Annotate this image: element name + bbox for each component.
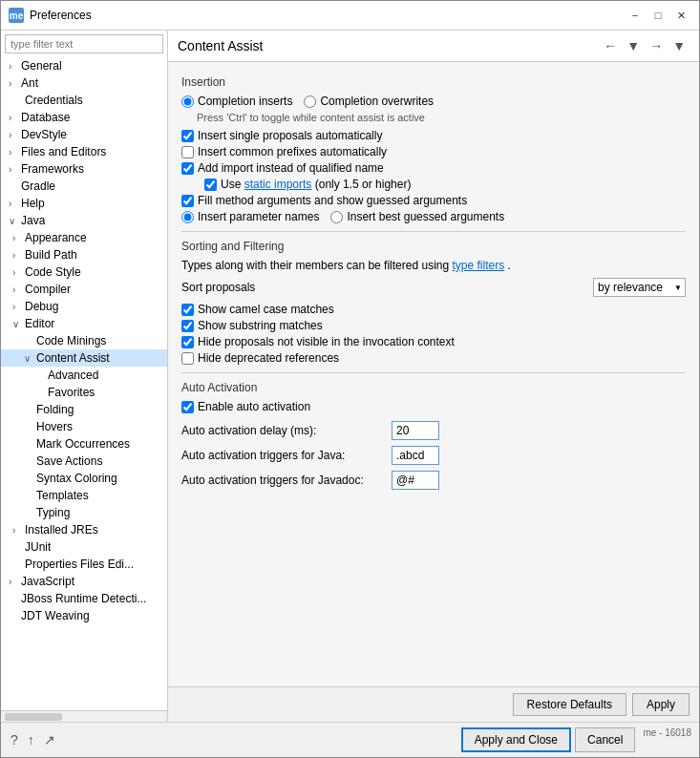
delay-label: Auto activation delay (ms): (181, 424, 392, 437)
completion-radio-group: Completion inserts Completion overwrites (181, 95, 686, 108)
tree-label-general: General (21, 59, 62, 73)
tree-item-compiler[interactable]: ›Compiler (1, 281, 167, 298)
tree-item-appearance[interactable]: ›Appearance (1, 229, 167, 246)
export2-button[interactable]: ↗ (42, 730, 57, 749)
tree-item-jdt-weaving[interactable]: JDT Weaving (1, 607, 167, 624)
tree-arrow-editor: ∨ (12, 319, 22, 329)
tree-arrow-installed-jres: › (12, 525, 22, 536)
insert-common-checkbox[interactable] (181, 146, 194, 158)
apply-and-close-button[interactable]: Apply and Close (461, 727, 571, 752)
tree-label-folding: Folding (36, 403, 74, 416)
delay-input[interactable] (392, 421, 439, 440)
tree-item-ant[interactable]: ›Ant (1, 74, 167, 92)
fill-method-checkbox[interactable] (181, 195, 194, 207)
insert-single-checkbox[interactable] (181, 130, 194, 142)
tree-item-java[interactable]: ∨Java (1, 212, 167, 229)
filter-input[interactable] (5, 34, 163, 53)
hscroll-thumb[interactable] (5, 713, 62, 721)
completion-inserts-option[interactable]: Completion inserts (181, 95, 292, 108)
tree-item-advanced[interactable]: Advanced (1, 367, 167, 384)
tree-item-mark-occurrences[interactable]: Mark Occurrences (1, 435, 167, 453)
sort-select[interactable]: by relevance alphabetically (593, 278, 686, 297)
maximize-button[interactable]: □ (647, 7, 668, 24)
tree-item-syntax-coloring[interactable]: Syntax Coloring (1, 470, 167, 487)
insert-param-names-option[interactable]: Insert parameter names (181, 210, 319, 223)
tree-item-build-path[interactable]: ›Build Path (1, 246, 167, 263)
tree-label-save-actions: Save Actions (36, 454, 102, 468)
insert-param-names-radio[interactable] (181, 211, 194, 223)
tree-label-code-minings: Code Minings (36, 334, 106, 347)
tree-item-favorites[interactable]: Favorites (1, 384, 167, 401)
tree-item-help[interactable]: ›Help (1, 195, 167, 212)
tree-item-typing[interactable]: Typing (1, 504, 167, 521)
tree-item-templates[interactable]: Templates (1, 487, 167, 504)
enable-auto-activation-label: Enable auto activation (198, 400, 310, 413)
tree-item-frameworks[interactable]: ›Frameworks (1, 160, 167, 178)
hide-not-visible-checkbox[interactable] (181, 336, 194, 348)
tree-arrow-build-path: › (12, 250, 22, 261)
apply-button[interactable]: Apply (632, 693, 689, 716)
tree-arrow-code-style: › (12, 267, 22, 278)
tree-item-content-assist[interactable]: ∨Content Assist (1, 349, 167, 367)
footer-right: Apply and Close Cancel me - 16018 (461, 727, 691, 752)
tree-item-save-actions[interactable]: Save Actions (1, 453, 167, 470)
tree-item-folding[interactable]: Folding (1, 401, 167, 418)
tree-arrow-database: › (9, 113, 18, 123)
add-import-label: Add import instead of qualified name (198, 161, 384, 175)
tree-item-jboss-runtime[interactable]: JBoss Runtime Detecti... (1, 590, 167, 607)
completion-overwrites-radio[interactable] (304, 95, 316, 108)
completion-inserts-radio[interactable] (181, 95, 194, 108)
tree-item-debug[interactable]: ›Debug (1, 298, 167, 315)
tree-label-code-style: Code Style (25, 265, 81, 279)
tree-item-code-minings[interactable]: Code Minings (1, 332, 167, 349)
tree-label-content-assist: Content Assist (36, 351, 110, 365)
tree-label-mark-occurrences: Mark Occurrences (36, 437, 130, 451)
tree-item-installed-jres[interactable]: ›Installed JREs (1, 521, 167, 538)
tree-item-devstyle[interactable]: ›DevStyle (1, 126, 167, 143)
insert-best-guessed-option[interactable]: Insert best guessed arguments (330, 210, 504, 223)
nav-forward-dropdown-button[interactable]: ▼ (668, 36, 689, 55)
tree-item-files-and-editors[interactable]: ›Files and Editors (1, 143, 167, 160)
static-imports-link[interactable]: static imports (244, 178, 312, 191)
export1-button[interactable]: ↑ (26, 730, 36, 749)
window-controls: − □ ✕ (625, 7, 691, 24)
tree-item-javascript[interactable]: ›JavaScript (1, 573, 167, 590)
tree-item-junit[interactable]: JUnit (1, 538, 167, 556)
hide-deprecated-checkbox[interactable] (181, 352, 194, 365)
javadoc-triggers-input[interactable] (392, 471, 439, 490)
show-substring-checkbox[interactable] (181, 320, 194, 332)
tree-arrow-appearance: › (12, 233, 22, 243)
enable-auto-activation-checkbox[interactable] (181, 401, 194, 413)
close-button[interactable]: ✕ (670, 7, 691, 24)
help-button[interactable]: ? (9, 730, 20, 749)
use-static-checkbox[interactable] (204, 179, 217, 191)
java-triggers-input[interactable] (392, 446, 439, 465)
tree-item-code-style[interactable]: ›Code Style (1, 263, 167, 281)
type-filters-link[interactable]: type filters (453, 259, 505, 272)
tree-item-credentials[interactable]: Credentials (1, 92, 167, 109)
javadoc-triggers-row: Auto activation triggers for Javadoc: (181, 471, 686, 490)
add-import-checkbox[interactable] (181, 162, 194, 175)
tree-item-gradle[interactable]: Gradle (1, 178, 167, 195)
completion-overwrites-option[interactable]: Completion overwrites (304, 95, 434, 108)
tree-item-database[interactable]: ›Database (1, 109, 167, 126)
nav-forward-button[interactable]: → (646, 36, 667, 55)
insert-best-guessed-radio[interactable] (330, 211, 343, 223)
sorting-description: Types along with their members can be fi… (181, 259, 686, 272)
nav-dropdown-button[interactable]: ▼ (623, 36, 644, 55)
tree-arrow-content-assist: ∨ (24, 353, 33, 364)
tree-item-hovers[interactable]: Hovers (1, 418, 167, 435)
show-camel-checkbox[interactable] (181, 304, 194, 316)
restore-defaults-button[interactable]: Restore Defaults (513, 693, 626, 716)
tree-item-general[interactable]: ›General (1, 57, 167, 74)
nav-back-button[interactable]: ← (600, 36, 621, 55)
tree-label-gradle: Gradle (21, 179, 55, 193)
cancel-button[interactable]: Cancel (575, 727, 635, 752)
main-content: ›General›AntCredentials›Database›DevStyl… (1, 31, 699, 722)
tree-item-editor[interactable]: ∨Editor (1, 315, 167, 332)
fill-method-row: Fill method arguments and show guessed a… (181, 194, 686, 207)
java-triggers-row: Auto activation triggers for Java: (181, 446, 686, 465)
tree-item-properties-files-ed[interactable]: Properties Files Edi... (1, 556, 167, 573)
minimize-button[interactable]: − (625, 7, 646, 24)
tree-label-compiler: Compiler (25, 283, 71, 296)
